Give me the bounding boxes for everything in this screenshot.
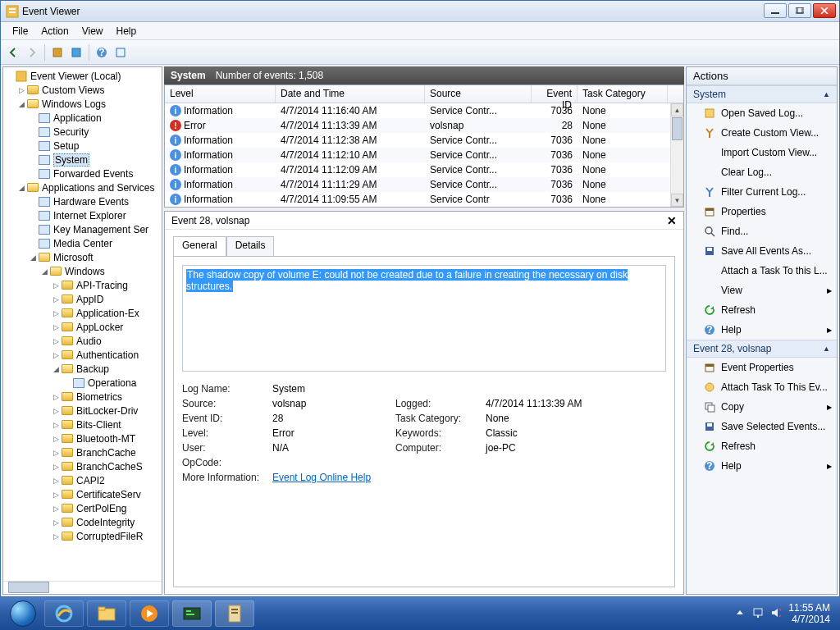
action-item[interactable]: Save All Events As... — [687, 241, 837, 261]
action-item[interactable]: ? Help▶ — [687, 456, 837, 476]
action-item[interactable]: Refresh — [687, 300, 837, 320]
expand-icon[interactable]: ▷ — [51, 504, 61, 513]
scroll-down-icon[interactable]: ▼ — [671, 194, 683, 207]
tree-node[interactable]: ▷ CertPolEng — [3, 501, 162, 515]
expand-icon[interactable]: ▷ — [51, 309, 61, 317]
expand-icon[interactable]: ▷ — [51, 295, 61, 304]
tree-node[interactable]: Operationa — [3, 376, 162, 390]
detail-close-button[interactable]: ✕ — [667, 214, 677, 227]
action-item[interactable]: Properties — [687, 202, 837, 221]
table-row[interactable]: iInformation 4/7/2014 11:11:29 AM Servic… — [165, 177, 683, 192]
taskbar[interactable]: 11:55 AM 4/7/2014 — [0, 597, 840, 630]
tab-details[interactable]: Details — [226, 236, 275, 256]
tree-node[interactable]: ▷ Biometrics — [3, 390, 162, 404]
expand-icon[interactable]: ▷ — [51, 477, 61, 485]
tree-node[interactable]: ▷ CorruptedFileR — [3, 529, 162, 543]
expand-icon[interactable]: ▷ — [51, 421, 61, 429]
expand-icon[interactable]: ▷ — [51, 463, 61, 471]
taskbar-eventviewer[interactable] — [215, 600, 254, 627]
tree-node[interactable]: ◢ Applications and Services — [3, 180, 162, 194]
action-item[interactable]: View▶ — [687, 281, 837, 300]
help-icon[interactable]: ? — [93, 43, 111, 62]
action-item[interactable]: Find... — [687, 221, 837, 241]
scroll-thumb[interactable] — [672, 117, 682, 140]
action-item[interactable]: Copy▶ — [687, 397, 837, 417]
tree-node[interactable]: Security — [3, 125, 162, 139]
action-item[interactable]: Create Custom View... — [687, 123, 837, 143]
vertical-scrollbar[interactable]: ▲ ▼ — [670, 103, 683, 207]
tool-icon[interactable] — [48, 43, 66, 62]
expand-icon[interactable]: ▷ — [51, 393, 61, 401]
minimize-button[interactable] — [764, 3, 787, 18]
grid-header[interactable]: Level Date and Time Source Event ID Task… — [165, 85, 683, 103]
tray-time[interactable]: 11:55 AM — [788, 602, 830, 614]
expand-icon[interactable]: ▷ — [16, 86, 26, 94]
tree-node[interactable]: ▷ CertificateServ — [3, 487, 162, 501]
expand-icon[interactable]: ◢ — [28, 253, 38, 262]
tree-node[interactable]: ▷ Custom Views — [3, 83, 162, 97]
tree-node[interactable]: ◢ Windows Logs — [3, 97, 162, 111]
tree-node[interactable]: ▷ Audio — [3, 334, 162, 348]
scroll-up-icon[interactable]: ▲ — [671, 103, 683, 116]
expand-icon[interactable]: ▷ — [51, 532, 61, 541]
col-category[interactable]: Task Category — [578, 85, 668, 103]
online-help-link[interactable]: Event Log Online Help — [272, 472, 371, 483]
tree-node[interactable]: Event Viewer (Local) — [3, 69, 162, 83]
action-item[interactable]: Clear Log... — [687, 162, 837, 182]
menu-action[interactable]: Action — [34, 24, 75, 39]
expand-icon[interactable]: ▷ — [51, 323, 61, 331]
actions-section[interactable]: System▲ — [687, 85, 837, 103]
table-row[interactable]: !Error 4/7/2014 11:13:39 AM volsnap 28 N… — [165, 118, 683, 133]
tree-node[interactable]: Setup — [3, 139, 162, 153]
col-source[interactable]: Source — [425, 85, 532, 103]
action-item[interactable]: Open Saved Log... — [687, 103, 837, 123]
start-button[interactable] — [5, 600, 41, 628]
tree-node[interactable]: ▷ BitLocker-Driv — [3, 404, 162, 418]
tree-node[interactable]: ▷ Application-Ex — [3, 306, 162, 320]
table-row[interactable]: iInformation 4/7/2014 11:12:10 AM Servic… — [165, 148, 683, 162]
table-row[interactable]: iInformation 4/7/2014 11:16:40 AM Servic… — [165, 103, 683, 118]
tab-general[interactable]: General — [173, 236, 226, 256]
menu-help[interactable]: Help — [110, 24, 144, 39]
action-item[interactable]: Event Properties — [687, 358, 837, 377]
tree-node[interactable]: System — [3, 153, 162, 167]
action-item[interactable]: Filter Current Log... — [687, 182, 837, 202]
expand-icon[interactable]: ◢ — [51, 365, 61, 373]
taskbar-ie[interactable] — [44, 600, 84, 627]
expand-icon[interactable]: ▷ — [51, 449, 61, 457]
horizontal-scrollbar[interactable] — [3, 581, 162, 594]
taskbar-explorer[interactable] — [87, 600, 126, 627]
tree-node[interactable]: Hardware Events — [3, 194, 162, 208]
tree-node[interactable]: Forwarded Events — [3, 167, 162, 180]
col-date[interactable]: Date and Time — [276, 85, 425, 103]
expand-icon[interactable]: ▷ — [51, 518, 61, 527]
tree-node[interactable]: ▷ BranchCache — [3, 445, 162, 459]
tree-node[interactable]: ▷ Bluetooth-MT — [3, 431, 162, 445]
menu-file[interactable]: File — [6, 24, 34, 39]
tree-node[interactable]: ▷ CodeIntegrity — [3, 515, 162, 529]
expand-icon[interactable]: ◢ — [16, 100, 26, 108]
titlebar[interactable]: Event Viewer — [1, 1, 839, 22]
tree-node[interactable]: Key Management Ser — [3, 222, 162, 236]
taskbar-app[interactable] — [172, 600, 212, 627]
action-item[interactable]: Attach Task To This Ev... — [687, 377, 837, 397]
tree-node[interactable]: ▷ AppID — [3, 292, 162, 306]
table-row[interactable]: iInformation 4/7/2014 11:12:38 AM Servic… — [165, 133, 683, 148]
back-button[interactable] — [4, 43, 22, 62]
tree-node[interactable]: ▷ AppLocker — [3, 320, 162, 334]
tool-icon[interactable] — [67, 43, 85, 62]
network-icon[interactable] — [752, 607, 765, 620]
tree-node[interactable]: ▷ Bits-Client — [3, 418, 162, 431]
taskbar-mediaplayer[interactable] — [130, 600, 169, 627]
event-message[interactable]: The shadow copy of volume E: could not b… — [182, 265, 666, 372]
col-eventid[interactable]: Event ID — [532, 85, 578, 103]
volume-icon[interactable] — [770, 607, 783, 620]
tree-node[interactable]: ▷ CAPI2 — [3, 473, 162, 487]
action-item[interactable]: ? Help▶ — [687, 320, 837, 340]
event-grid[interactable]: Level Date and Time Source Event ID Task… — [164, 84, 684, 208]
expand-icon[interactable]: ▷ — [51, 337, 61, 345]
tree-node[interactable]: Application — [3, 111, 162, 125]
menu-view[interactable]: View — [75, 24, 110, 39]
table-row[interactable]: iInformation 4/7/2014 11:12:09 AM Servic… — [165, 162, 683, 177]
tray-up-icon[interactable] — [734, 607, 747, 620]
